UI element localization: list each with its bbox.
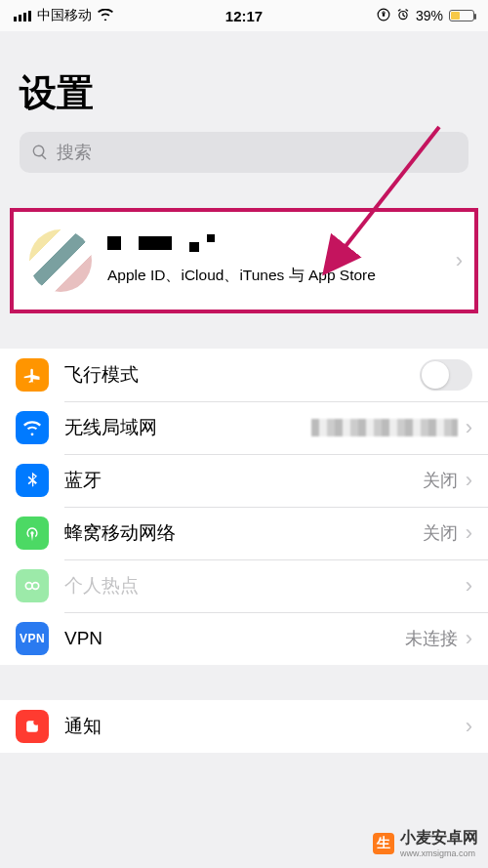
chevron-right-icon: › bbox=[466, 626, 472, 651]
airplane-mode-row[interactable]: 飞行模式 bbox=[0, 349, 488, 401]
airplane-icon bbox=[16, 358, 49, 392]
hotspot-row[interactable]: 个人热点 › bbox=[0, 559, 488, 612]
battery-percent: 39% bbox=[416, 8, 443, 23]
vpn-label: VPN bbox=[64, 628, 102, 649]
clock: 12:17 bbox=[225, 8, 263, 24]
notifications-group: 通知 › bbox=[0, 700, 488, 753]
chevron-right-icon: › bbox=[466, 415, 472, 440]
apple-id-row-highlight: Apple ID、iCloud、iTunes 与 App Store › bbox=[10, 208, 478, 313]
bluetooth-icon bbox=[16, 464, 49, 497]
vpn-row[interactable]: VPN VPN 未连接 › bbox=[0, 612, 488, 665]
notifications-row[interactable]: 通知 › bbox=[0, 700, 488, 753]
alarm-icon bbox=[396, 8, 410, 24]
cellular-value: 关闭 bbox=[423, 521, 458, 545]
wifi-status-icon bbox=[98, 8, 113, 23]
wifi-row[interactable]: 无线局域网 › bbox=[0, 401, 488, 454]
watermark: 生 小麦安卓网 www.xmsigma.com bbox=[373, 828, 478, 858]
search-placeholder: 搜索 bbox=[57, 141, 92, 164]
account-subtitle: Apple ID、iCloud、iTunes 与 App Store bbox=[107, 266, 456, 286]
chevron-right-icon: › bbox=[466, 520, 472, 546]
connectivity-group: 飞行模式 无线局域网 › 蓝牙 关闭 › 蜂窝移动网络 关闭 › 个人热点 bbox=[0, 349, 488, 665]
notifications-icon bbox=[16, 710, 49, 743]
airplane-toggle[interactable] bbox=[420, 359, 472, 391]
search-icon bbox=[31, 144, 49, 161]
chevron-right-icon: › bbox=[466, 714, 472, 739]
cellular-icon bbox=[16, 517, 49, 550]
svg-point-6 bbox=[33, 720, 39, 725]
battery-icon bbox=[449, 10, 474, 21]
signal-icon bbox=[14, 11, 31, 21]
notifications-label: 通知 bbox=[64, 714, 102, 739]
chevron-right-icon: › bbox=[466, 573, 472, 599]
wifi-label: 无线局域网 bbox=[64, 415, 157, 440]
hotspot-icon bbox=[16, 569, 49, 602]
bluetooth-value: 关闭 bbox=[423, 469, 458, 492]
bluetooth-label: 蓝牙 bbox=[64, 468, 102, 493]
svg-point-3 bbox=[25, 583, 32, 590]
chevron-right-icon: › bbox=[466, 468, 472, 493]
avatar bbox=[29, 229, 92, 292]
page-title: 设置 bbox=[20, 68, 468, 118]
airplane-label: 飞行模式 bbox=[64, 362, 139, 388]
vpn-icon: VPN bbox=[16, 622, 49, 655]
rotation-lock-icon bbox=[377, 8, 390, 24]
wifi-value-redacted bbox=[311, 419, 458, 436]
svg-point-4 bbox=[32, 583, 39, 590]
vpn-value: 未连接 bbox=[405, 627, 458, 650]
wifi-icon bbox=[16, 411, 49, 444]
search-input[interactable]: 搜索 bbox=[20, 132, 468, 173]
account-name-redacted bbox=[107, 236, 456, 258]
apple-id-row[interactable]: Apple ID、iCloud、iTunes 与 App Store › bbox=[14, 212, 474, 310]
cellular-label: 蜂窝移动网络 bbox=[64, 520, 176, 546]
cellular-row[interactable]: 蜂窝移动网络 关闭 › bbox=[0, 507, 488, 559]
chevron-right-icon: › bbox=[456, 248, 463, 273]
watermark-logo-icon: 生 bbox=[373, 833, 394, 854]
carrier-label: 中国移动 bbox=[37, 7, 92, 24]
status-bar: 中国移动 12:17 39% bbox=[0, 0, 488, 31]
watermark-url: www.xmsigma.com bbox=[400, 848, 478, 858]
watermark-text: 小麦安卓网 bbox=[400, 828, 478, 848]
hotspot-label: 个人热点 bbox=[64, 573, 139, 599]
bluetooth-row[interactable]: 蓝牙 关闭 › bbox=[0, 454, 488, 507]
